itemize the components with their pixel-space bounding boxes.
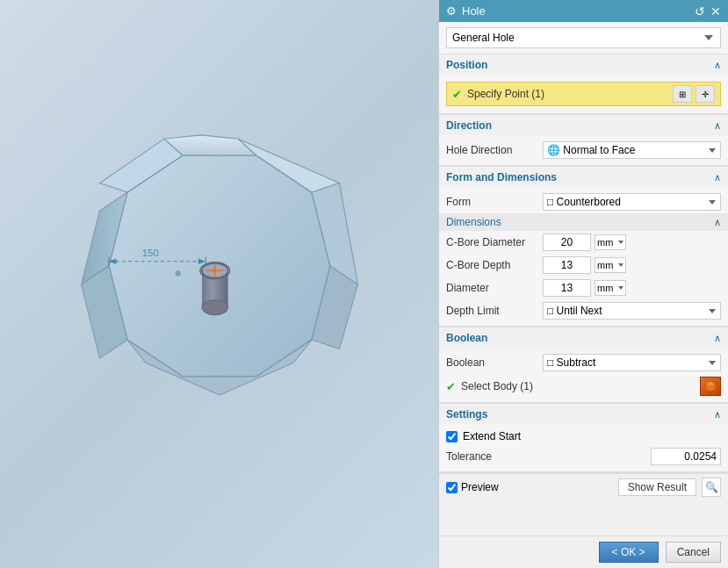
form-control: □ Counterbored Simple Countersunk [543, 193, 721, 211]
preview-checkbox[interactable] [446, 482, 458, 493]
position-chevron: ∧ [714, 60, 721, 71]
panel-title: Hole [462, 4, 486, 18]
tolerance-label: Tolerance [446, 450, 645, 463]
preview-text: Preview [461, 481, 499, 493]
preview-row: Preview Show Result 🔍 [439, 473, 728, 500]
svg-point-24 [175, 270, 180, 276]
dimensions-subheader[interactable]: Dimensions ∧ [439, 213, 728, 231]
hole-gear-icon: ⚙ [446, 4, 457, 18]
svg-text:150: 150 [141, 248, 158, 258]
boolean-row: Boolean □ Subtract None Unite Intersect [439, 351, 728, 374]
general-hole-select[interactable]: General Hole Threaded Hole Tapered Hole [446, 27, 721, 48]
specify-check-icon: ✔ [452, 88, 462, 101]
specify-icons: ⊞ ✛ [673, 85, 715, 103]
specify-point-text: Specify Point (1) [467, 88, 667, 100]
form-row: Form □ Counterbored Simple Countersunk [439, 191, 728, 213]
tolerance-row: Tolerance [439, 445, 728, 468]
diameter-unit[interactable]: mm in [595, 280, 626, 296]
general-hole-row: General Hole Threaded Hole Tapered Hole [439, 22, 728, 54]
form-dimensions-section-header[interactable]: Form and Dimensions ∧ [439, 167, 728, 187]
specify-add-button[interactable]: ✛ [696, 85, 715, 103]
hole-direction-select[interactable]: 🌐 Normal to Face Along Vector [543, 141, 721, 159]
cbore-depth-row: C-Bore Depth mm in [439, 254, 728, 277]
settings-title: Settings [446, 408, 487, 421]
dimensions-title: Dimensions [446, 216, 501, 228]
boolean-control: □ Subtract None Unite Intersect [543, 354, 721, 371]
properties-panel: ⚙ Hole ↺ ✕ General Hole Threaded Hole Ta… [438, 0, 728, 568]
cbore-diameter-input[interactable] [543, 234, 591, 251]
boolean-label: Boolean [446, 356, 543, 369]
specify-point-row: ✔ Specify Point (1) ⊞ ✛ [446, 82, 721, 106]
hole-direction-control: 🌐 Normal to Face Along Vector [543, 141, 721, 159]
body-icon-svg [703, 380, 717, 392]
cbore-depth-control: mm in [543, 256, 721, 274]
cbore-depth-input[interactable] [543, 256, 591, 274]
boolean-title: Boolean [446, 332, 487, 344]
cbore-diameter-unit[interactable]: mm in [595, 234, 626, 250]
titlebar-left: ⚙ Hole [446, 4, 486, 18]
form-label: Form [446, 196, 543, 208]
panel-titlebar: ⚙ Hole ↺ ✕ [439, 0, 728, 22]
hole-direction-row: Hole Direction 🌐 Normal to Face Along Ve… [439, 139, 728, 162]
cbore-diameter-row: C-Bore Diameter mm in [439, 231, 728, 254]
settings-chevron: ∧ [714, 409, 721, 421]
direction-section-header[interactable]: Direction ∧ [439, 115, 728, 135]
show-result-button[interactable]: Show Result [618, 478, 696, 496]
body-3d-icon[interactable] [700, 377, 721, 396]
direction-chevron: ∧ [714, 120, 721, 132]
select-body-row: ✔ Select Body (1) [439, 374, 728, 399]
refresh-icon[interactable]: ↺ [695, 5, 705, 18]
extend-start-label: Extend Start [463, 430, 521, 442]
settings-section-header[interactable]: Settings ∧ [439, 404, 728, 424]
diameter-input[interactable] [543, 279, 591, 297]
select-body-check-icon: ✔ [446, 380, 456, 393]
ok-button[interactable]: < OK > [599, 542, 659, 563]
depth-limit-control: □ Until Next Value Through All [543, 302, 721, 320]
depth-limit-row: Depth Limit □ Until Next Value Through A… [439, 299, 728, 322]
diameter-control: mm in [543, 279, 721, 297]
3d-model: 150 [35, 100, 404, 469]
cbore-diameter-control: mm in [543, 234, 721, 251]
diameter-row: Diameter mm in [439, 277, 728, 299]
direction-title: Direction [446, 119, 492, 132]
select-body-text: Select Body (1) [461, 380, 695, 392]
depth-limit-label: Depth Limit [446, 305, 543, 317]
svg-point-17 [213, 269, 216, 272]
boolean-section-content: Boolean □ Subtract None Unite Intersect … [439, 348, 728, 403]
position-section-content: ✔ Specify Point (1) ⊞ ✛ [439, 75, 728, 114]
extend-start-checkbox[interactable] [446, 431, 458, 442]
search-icon-button[interactable]: 🔍 [702, 478, 721, 497]
settings-section-content: Extend Start Tolerance [439, 424, 728, 472]
cbore-depth-unit[interactable]: mm in [595, 257, 626, 273]
titlebar-icons: ↺ ✕ [695, 5, 721, 18]
specify-grid-button[interactable]: ⊞ [673, 85, 692, 103]
svg-point-12 [202, 299, 227, 314]
footer-buttons: < OK > Cancel [439, 536, 728, 568]
form-dimensions-chevron: ∧ [714, 172, 721, 183]
diameter-label: Diameter [446, 282, 543, 294]
position-section-header[interactable]: Position ∧ [439, 54, 728, 75]
form-dimensions-title: Form and Dimensions [446, 171, 557, 183]
position-title: Position [446, 59, 487, 71]
viewport[interactable]: 150 [0, 0, 438, 568]
close-icon[interactable]: ✕ [710, 5, 721, 18]
direction-section-content: Hole Direction 🌐 Normal to Face Along Ve… [439, 135, 728, 166]
hole-direction-label: Hole Direction [446, 144, 543, 156]
form-select[interactable]: □ Counterbored Simple Countersunk [543, 193, 721, 211]
dimensions-chevron: ∧ [714, 217, 721, 228]
cbore-diameter-label: C-Bore Diameter [446, 236, 543, 248]
boolean-select[interactable]: □ Subtract None Unite Intersect [543, 354, 721, 371]
form-dimensions-section-content: Form □ Counterbored Simple Countersunk D… [439, 187, 728, 327]
preview-label[interactable]: Preview [446, 481, 613, 493]
cbore-depth-label: C-Bore Depth [446, 259, 543, 271]
boolean-section-header[interactable]: Boolean ∧ [439, 327, 728, 348]
cancel-button[interactable]: Cancel [666, 542, 721, 563]
tolerance-input[interactable] [651, 448, 721, 465]
boolean-chevron: ∧ [714, 333, 721, 344]
extend-start-row: Extend Start [439, 428, 728, 445]
depth-limit-select[interactable]: □ Until Next Value Through All [543, 302, 721, 320]
